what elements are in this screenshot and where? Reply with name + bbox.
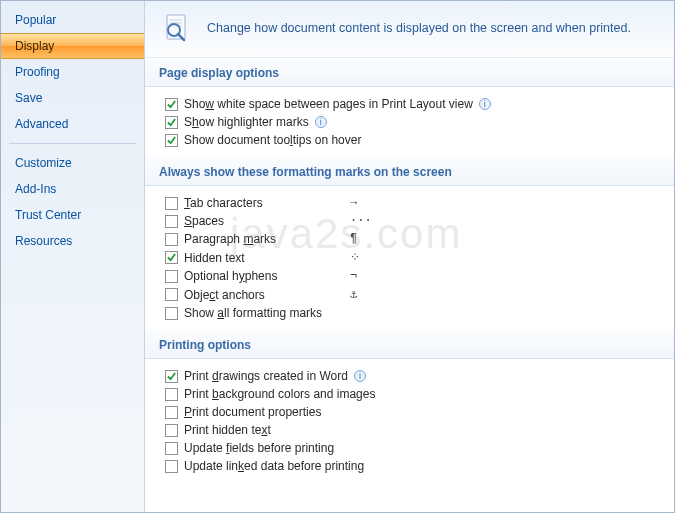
checkbox[interactable] [165,197,178,210]
option-label[interactable]: Show all formatting marks [184,306,344,320]
header-text: Change how document content is displayed… [207,21,631,35]
sidebar-item-popular[interactable]: Popular [1,7,144,33]
section-title-formatting-marks: Always show these formatting marks on th… [145,157,674,186]
option-row: Print document properties [159,403,660,421]
checkbox[interactable] [165,251,178,264]
option-label[interactable]: Show document tooltips on hover [184,133,361,147]
option-label[interactable]: Show white space between pages in Print … [184,97,473,111]
formatting-mark-symbol: ¶ [350,232,357,246]
sidebar-item-advanced[interactable]: Advanced [1,111,144,137]
magnifier-document-icon [159,11,193,45]
sidebar-item-add-ins[interactable]: Add-Ins [1,176,144,202]
sidebar-item-display[interactable]: Display [1,33,144,59]
option-row: Object anchors⚓ [159,285,660,304]
info-icon[interactable]: i [479,98,491,110]
checkbox[interactable] [165,307,178,320]
checkbox[interactable] [165,424,178,437]
category-sidebar: PopularDisplayProofingSaveAdvanced Custo… [1,1,145,512]
option-row: Paragraph marks¶ [159,230,660,248]
option-row: Show document tooltips on hover [159,131,660,149]
checkbox[interactable] [165,270,178,283]
checkbox[interactable] [165,370,178,383]
option-row: Spaces··· [159,212,660,230]
sidebar-item-save[interactable]: Save [1,85,144,111]
sidebar-item-trust-center[interactable]: Trust Center [1,202,144,228]
formatting-mark-symbol: ⚓ [350,287,357,302]
option-label[interactable]: Print document properties [184,405,321,419]
checkbox[interactable] [165,134,178,147]
option-label[interactable]: Tab characters [184,196,344,210]
checkbox[interactable] [165,460,178,473]
option-row: Show all formatting marks [159,304,660,322]
sidebar-item-proofing[interactable]: Proofing [1,59,144,85]
checkbox[interactable] [165,116,178,129]
option-label[interactable]: Optional hyphens [184,269,344,283]
checkbox[interactable] [165,215,178,228]
checkbox[interactable] [165,406,178,419]
option-row: Show highlighter marksi [159,113,660,131]
checkbox[interactable] [165,442,178,455]
sidebar-item-customize[interactable]: Customize [1,150,144,176]
option-row: Optional hyphens¬ [159,267,660,285]
formatting-mark-symbol: ··· [350,214,372,228]
options-dialog: PopularDisplayProofingSaveAdvanced Custo… [0,0,675,513]
section-title-printing: Printing options [145,330,674,359]
option-label[interactable]: Show highlighter marks [184,115,309,129]
checkbox[interactable] [165,388,178,401]
main-panel: Change how document content is displayed… [145,1,674,512]
info-icon[interactable]: i [315,116,327,128]
option-row: Print hidden text [159,421,660,439]
option-row: Print background colors and images [159,385,660,403]
option-row: Update fields before printing [159,439,660,457]
sidebar-item-resources[interactable]: Resources [1,228,144,254]
info-icon[interactable]: i [354,370,366,382]
option-label[interactable]: Update linked data before printing [184,459,364,473]
section-printing: Printing options Print drawings created … [145,330,674,483]
option-label[interactable]: Hidden text [184,251,344,265]
option-row: Update linked data before printing [159,457,660,475]
checkbox[interactable] [165,233,178,246]
section-title-page-display: Page display options [145,58,674,87]
formatting-mark-symbol: ¬ [350,269,357,283]
section-page-display: Page display options Show white space be… [145,58,674,157]
section-formatting-marks: Always show these formatting marks on th… [145,157,674,330]
option-label[interactable]: Paragraph marks [184,232,344,246]
sidebar-separator [9,143,136,144]
option-label[interactable]: Spaces [184,214,344,228]
option-row: Show white space between pages in Print … [159,95,660,113]
formatting-mark-symbol: ⁘ [350,250,360,265]
formatting-mark-symbol: → [350,196,357,210]
checkbox[interactable] [165,98,178,111]
option-label[interactable]: Print drawings created in Word [184,369,348,383]
option-row: Print drawings created in Wordi [159,367,660,385]
option-label[interactable]: Print hidden text [184,423,271,437]
checkbox[interactable] [165,288,178,301]
header-banner: Change how document content is displayed… [145,1,674,58]
option-label[interactable]: Object anchors [184,288,344,302]
option-row: Hidden text⁘ [159,248,660,267]
option-label[interactable]: Print background colors and images [184,387,375,401]
option-row: Tab characters→ [159,194,660,212]
option-label[interactable]: Update fields before printing [184,441,334,455]
